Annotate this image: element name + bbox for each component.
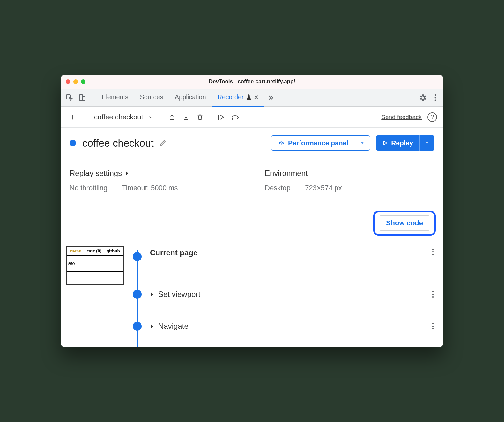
more-tabs-icon[interactable]	[264, 94, 278, 101]
thumb-menu: menu	[70, 248, 82, 254]
showcode-row: Show code	[61, 203, 443, 245]
performance-panel-button[interactable]: Performance panel	[271, 135, 370, 151]
separator	[115, 184, 115, 192]
caret-right-icon	[150, 292, 154, 297]
replay-button[interactable]: Replay	[376, 135, 434, 151]
environment: Environment Desktop 723×574 px	[239, 169, 434, 192]
throttling-value: No throttling	[70, 184, 107, 192]
inspect-element-icon[interactable]	[64, 93, 74, 102]
tab-sources[interactable]: Sources	[134, 89, 169, 107]
devtools-tabbar: Elements Sources Application Recorder	[61, 89, 443, 107]
recording-title: coffee checkout	[82, 137, 154, 149]
step-menu-icon[interactable]	[432, 323, 436, 330]
tab-label: Application	[175, 94, 206, 101]
window-controls	[66, 79, 85, 84]
gauge-icon	[278, 139, 285, 147]
separator	[413, 93, 413, 102]
replay-main[interactable]: Replay	[376, 135, 420, 151]
button-label: Performance panel	[288, 139, 348, 147]
minimize-window-button[interactable]	[73, 79, 78, 84]
recorder-toolbar: coffee checkout Send feedback ?	[61, 107, 443, 128]
help-icon[interactable]: ?	[427, 112, 437, 122]
device-value: Desktop	[265, 184, 291, 192]
edit-title-icon[interactable]	[159, 139, 167, 147]
step-current-page[interactable]: Current page	[133, 246, 436, 278]
svg-point-9	[432, 254, 434, 255]
separator	[211, 112, 211, 122]
show-code-button[interactable]: Show code	[379, 215, 430, 231]
svg-point-5	[435, 99, 436, 101]
send-feedback-link[interactable]: Send feedback	[381, 114, 422, 121]
step-dot	[133, 252, 142, 261]
settings-gear-icon[interactable]	[417, 92, 428, 103]
tabs: Elements Sources Application Recorder	[96, 89, 264, 106]
tab-application[interactable]: Application	[169, 89, 212, 107]
svg-point-10	[432, 291, 434, 293]
svg-point-7	[432, 249, 434, 250]
continue-icon[interactable]	[216, 112, 227, 123]
performance-panel-main[interactable]: Performance panel	[271, 136, 355, 150]
step-label: Set viewport	[158, 290, 200, 299]
device-toggle-icon[interactable]	[77, 93, 87, 102]
svg-point-11	[432, 294, 434, 295]
recording-select-label: coffee checkout	[94, 113, 143, 121]
replay-settings: Replay settings No throttling Timeout: 5…	[70, 169, 239, 192]
step-dot	[133, 290, 142, 299]
replay-caret[interactable]	[420, 135, 434, 151]
thumb-mid: sso	[67, 256, 123, 271]
step-icon[interactable]	[230, 112, 241, 123]
showcode-highlight: Show code	[373, 211, 436, 236]
step-set-viewport[interactable]: Set viewport	[133, 278, 436, 310]
delete-icon[interactable]	[195, 112, 205, 123]
kebab-menu-icon[interactable]	[430, 92, 441, 103]
settings-row: Replay settings No throttling Timeout: 5…	[61, 159, 443, 203]
import-icon[interactable]	[181, 112, 191, 123]
performance-panel-caret[interactable]	[355, 136, 370, 150]
step-navigate[interactable]: Navigate	[133, 310, 436, 342]
play-icon	[382, 140, 388, 146]
heading-label: Replay settings	[70, 169, 122, 178]
separator	[83, 112, 83, 122]
tab-recorder[interactable]: Recorder	[212, 89, 264, 107]
svg-point-8	[432, 251, 434, 253]
thumb-cart: cart (0)	[87, 248, 102, 254]
recording-header: coffee checkout Performance panel	[61, 128, 443, 159]
svg-point-12	[432, 296, 434, 298]
new-recording-icon[interactable]	[67, 112, 78, 123]
titlebar: DevTools - coffee-cart.netlify.app/	[61, 75, 443, 89]
caret-right-icon	[150, 324, 154, 329]
timeline: Current page Set viewport	[133, 246, 436, 347]
close-tab-icon[interactable]	[254, 95, 258, 100]
recording-select[interactable]: coffee checkout	[92, 112, 156, 123]
svg-point-4	[435, 97, 436, 98]
replay-settings-heading[interactable]: Replay settings	[70, 169, 239, 178]
button-label: Replay	[391, 139, 413, 147]
steps-area: menu cart (0) github sso Current page	[61, 245, 443, 347]
window-title: DevTools - coffee-cart.netlify.app/	[61, 79, 443, 85]
recording-status-dot	[70, 140, 76, 146]
step-label: Current page	[150, 248, 197, 257]
svg-point-14	[432, 326, 434, 327]
close-window-button[interactable]	[66, 79, 70, 84]
tab-elements[interactable]: Elements	[96, 89, 134, 107]
tab-label: Recorder	[218, 94, 244, 101]
svg-rect-2	[83, 96, 85, 101]
heading-label: Environment	[265, 169, 308, 178]
caret-right-icon	[125, 171, 129, 176]
svg-point-15	[432, 328, 434, 330]
svg-rect-1	[79, 95, 83, 101]
zoom-window-button[interactable]	[81, 79, 85, 84]
step-menu-icon[interactable]	[432, 248, 436, 255]
export-icon[interactable]	[167, 112, 177, 123]
thumb-github: github	[107, 248, 120, 254]
step-dot	[133, 322, 142, 331]
step-menu-icon[interactable]	[432, 291, 436, 298]
flask-icon	[246, 94, 251, 100]
separator	[92, 93, 92, 102]
timeout-value: Timeout: 5000 ms	[122, 184, 178, 192]
viewport-value: 723×574 px	[305, 184, 342, 192]
step-label: Navigate	[158, 322, 189, 331]
separator	[298, 184, 298, 192]
chevron-down-icon	[148, 114, 153, 120]
tab-label: Sources	[140, 94, 163, 101]
